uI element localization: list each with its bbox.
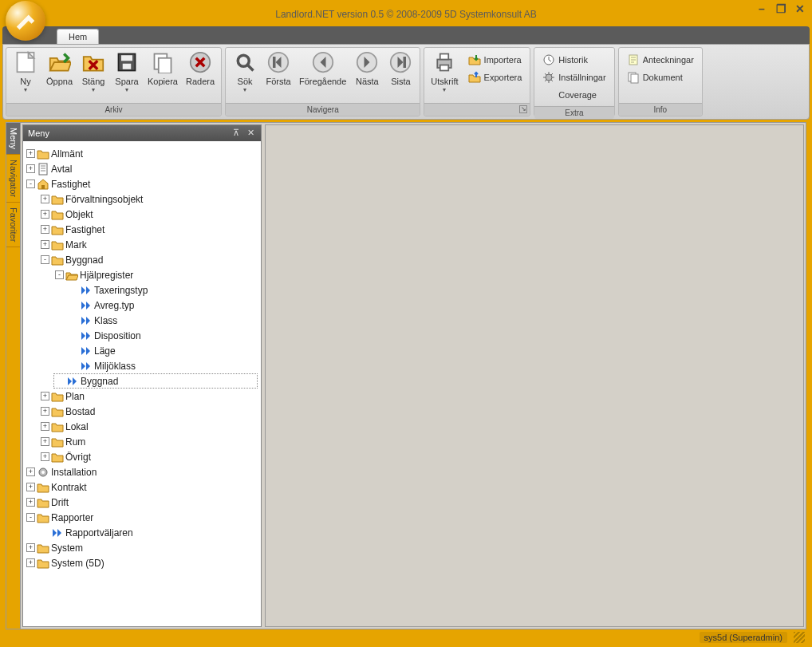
tree-node[interactable]: +Lokal (39, 419, 258, 434)
historik-button[interactable]: Historik (539, 51, 609, 68)
tree-node[interactable]: Taxeringstyp (68, 282, 258, 298)
expand-icon[interactable]: + (26, 149, 35, 158)
dialog-launcher-icon[interactable]: ↘ (519, 105, 527, 113)
expand-icon[interactable]: + (41, 225, 49, 234)
tree-node[interactable]: +Mark (39, 237, 258, 252)
expand-icon[interactable]: + (26, 558, 35, 567)
importera-button[interactable]: Importera (465, 51, 526, 68)
sidebar-tabs: Meny Navigator Favoriter (6, 123, 21, 629)
stang-button[interactable]: Stäng ▾ (77, 49, 109, 95)
tree-label: Allmänt (51, 148, 83, 160)
tree-label: Plan (65, 391, 85, 402)
collapse-icon[interactable]: - (26, 513, 35, 522)
tree-node[interactable]: +System (25, 540, 258, 555)
tree-node[interactable]: Läge (68, 343, 258, 358)
expand-icon[interactable]: + (41, 407, 49, 416)
ribbon: Ny ▾ Öppna Stäng ▾ Spara ▾ (2, 44, 810, 120)
tree-node[interactable]: +Fastighet (39, 222, 258, 237)
expand-icon[interactable]: + (41, 437, 49, 446)
tree-node[interactable]: Rapportväljaren (39, 525, 258, 540)
arrow-icon (80, 329, 93, 342)
expand-icon[interactable]: + (41, 452, 49, 461)
expand-icon[interactable]: + (26, 543, 35, 552)
dropdown-icon: ▾ (125, 86, 128, 93)
folder-icon (37, 481, 49, 494)
tree-node[interactable]: Miljöklass (68, 358, 258, 373)
side-tab-favoriter[interactable]: Favoriter (6, 203, 20, 247)
radera-button[interactable]: Radera (183, 49, 218, 88)
tree-node[interactable]: +Kontrakt (25, 479, 258, 495)
app-orb-button[interactable] (6, 1, 45, 41)
installningar-button[interactable]: Inställningar (539, 69, 609, 85)
tree-node[interactable]: +Förvaltningsobjekt (39, 191, 258, 207)
oppna-button[interactable]: Öppna (43, 49, 76, 88)
anteckningar-button[interactable]: Anteckningar (624, 51, 697, 68)
close-button[interactable]: ✕ (794, 4, 806, 15)
sok-button[interactable]: Sök ▾ (229, 49, 261, 95)
expand-icon[interactable]: + (26, 483, 35, 491)
documents-icon (627, 71, 640, 84)
expand-icon[interactable]: + (41, 392, 49, 400)
expand-icon[interactable]: + (41, 240, 49, 249)
tree-node[interactable]: +System (5D) (25, 555, 258, 570)
expand-icon[interactable]: + (41, 422, 49, 431)
restore-button[interactable]: ❐ (775, 4, 787, 15)
collapse-icon[interactable]: - (41, 255, 49, 264)
tree-node[interactable]: Disposition (68, 328, 258, 343)
utskrift-button[interactable]: Utskrift ▾ (428, 49, 461, 95)
panel-close-button[interactable]: ✕ (245, 128, 256, 139)
tree-node[interactable]: -Fastighet (25, 176, 258, 191)
tree-node[interactable]: +Rum (39, 434, 258, 449)
expand-icon[interactable]: + (41, 195, 49, 203)
tree-node[interactable]: +Bostad (39, 404, 258, 419)
nasta-button[interactable]: Nästa (351, 49, 383, 88)
minimize-button[interactable]: – (755, 4, 768, 15)
ribbon-group-arkiv: Ny ▾ Öppna Stäng ▾ Spara ▾ (6, 47, 222, 116)
tree-node[interactable]: -Hjälpregister (53, 267, 258, 282)
tree-node[interactable]: Avreg.typ (68, 298, 258, 313)
folder-icon (51, 436, 64, 448)
collapse-icon[interactable]: - (55, 270, 64, 279)
tree-spacer (69, 346, 78, 355)
ny-button[interactable]: Ny ▾ (10, 49, 41, 95)
tree-node[interactable]: Byggnad (53, 373, 258, 389)
tree-node[interactable]: Klass (68, 313, 258, 328)
collapse-icon[interactable]: - (26, 180, 35, 188)
tab-hem[interactable]: Hem (57, 29, 99, 45)
tree-node[interactable]: +Avtal (25, 161, 258, 176)
import-icon (468, 53, 481, 66)
folder-icon (51, 405, 64, 418)
history-icon (542, 53, 555, 66)
dokument-button[interactable]: Dokument (624, 69, 697, 85)
coverage-button[interactable]: Coverage (539, 86, 609, 103)
expand-icon[interactable]: + (26, 498, 35, 507)
tree-label: Rum (65, 436, 85, 448)
side-tab-meny[interactable]: Meny (6, 123, 20, 155)
expand-icon[interactable]: + (41, 210, 49, 219)
dropdown-icon: ▾ (24, 86, 27, 93)
panel-title: Meny (28, 128, 49, 138)
kopiera-button[interactable]: Kopiera (144, 49, 181, 88)
ribbon-tabstrip: Hem (2, 26, 810, 44)
tree-node[interactable]: +Allmänt (25, 146, 258, 161)
tree-node[interactable]: +Plan (39, 389, 258, 404)
forsta-button[interactable]: Första (262, 49, 294, 88)
expand-icon[interactable]: + (26, 164, 35, 173)
sista-button[interactable]: Sista (384, 49, 416, 88)
tree-label: Rapporter (51, 512, 93, 523)
main-area: Meny Navigator Favoriter Meny ⊼ ✕ +Allmä… (6, 122, 806, 629)
tree-node[interactable]: -Byggnad (39, 252, 258, 267)
tree-node[interactable]: +Drift (25, 495, 258, 510)
expand-icon[interactable]: + (26, 467, 35, 476)
tree-node[interactable]: +Övrigt (39, 449, 258, 464)
foregaende-button[interactable]: Föregående (296, 49, 349, 88)
exportera-button[interactable]: Exportera (465, 69, 526, 85)
spara-button[interactable]: Spara ▾ (111, 49, 143, 95)
tree-node[interactable]: +Objekt (39, 207, 258, 222)
pin-button[interactable]: ⊼ (231, 128, 242, 139)
side-tab-navigator[interactable]: Navigator (6, 155, 20, 203)
tree-node[interactable]: -Rapporter (25, 510, 258, 525)
tree-node[interactable]: +Installation (25, 464, 258, 479)
resize-grip-icon[interactable] (794, 632, 805, 643)
export-icon (468, 71, 481, 84)
